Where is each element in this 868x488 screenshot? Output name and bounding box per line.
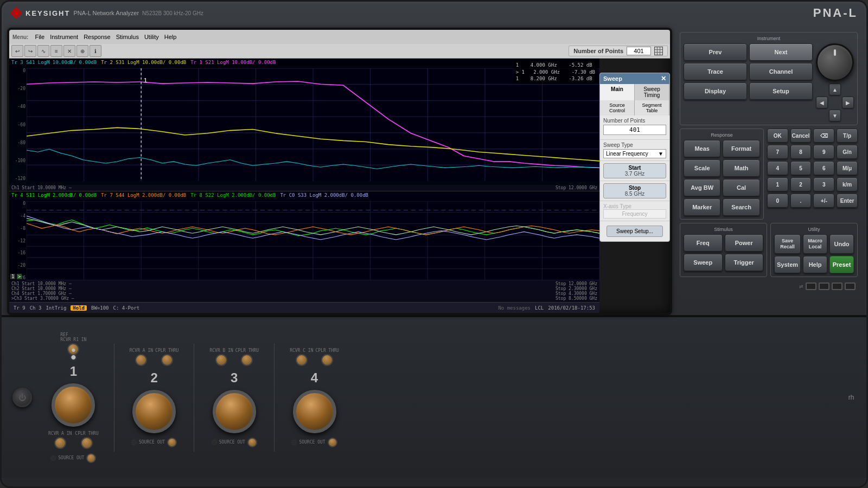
avg-bw-btn[interactable]: Avg BW: [684, 179, 720, 196]
menu-file[interactable]: File: [35, 34, 44, 40]
start-btn[interactable]: Start 3.7 GHz: [603, 163, 666, 178]
sweep-btn[interactable]: Sweep: [684, 254, 723, 271]
trigger-btn[interactable]: Trigger: [725, 254, 764, 271]
sweep-type-value[interactable]: Linear Frequency ▼: [603, 149, 666, 158]
num-3[interactable]: 3: [813, 177, 834, 191]
sweep-setup-section: Sweep Setup...: [600, 221, 669, 241]
power-button[interactable]: ⏻: [12, 388, 32, 407]
marker-btn[interactable]: Marker: [684, 198, 720, 216]
usb-port-4[interactable]: [845, 282, 856, 290]
num-4[interactable]: 4: [767, 161, 788, 175]
usb-port-3[interactable]: [832, 282, 843, 290]
preset-btn[interactable]: Preset: [829, 256, 854, 273]
meas-btn[interactable]: Meas: [684, 140, 720, 157]
port2-cplr[interactable]: [161, 354, 173, 366]
setup-btn[interactable]: Setup: [749, 82, 813, 100]
toolbar-zoom[interactable]: ⊕: [76, 45, 88, 57]
menu-stimulus[interactable]: Stimulus: [116, 34, 139, 40]
num-7[interactable]: 7: [767, 145, 788, 159]
menu-utility[interactable]: Utility: [144, 34, 159, 40]
port1-source[interactable]: [86, 453, 96, 463]
nav-left[interactable]: ◀: [816, 97, 828, 108]
unit-mu[interactable]: M/μ: [837, 161, 858, 175]
nav-right[interactable]: ▶: [842, 97, 854, 108]
unit-km[interactable]: k/m: [837, 177, 858, 191]
usb-port-1[interactable]: [806, 282, 816, 290]
port2-source[interactable]: [167, 438, 177, 447]
main-knob[interactable]: [816, 43, 854, 81]
port3-rcvrb[interactable]: [215, 354, 227, 366]
y-axis-upper: 0-20-40-60-80-100-120: [9, 68, 27, 181]
prev-btn[interactable]: Prev: [684, 43, 747, 61]
ok-btn[interactable]: OK: [767, 129, 788, 143]
decimal[interactable]: .: [790, 194, 812, 208]
plus-minus[interactable]: +/-: [813, 194, 834, 208]
port3-cplr[interactable]: [241, 354, 253, 366]
macro-local-btn[interactable]: MacroLocal: [803, 234, 827, 254]
num-points-input[interactable]: [627, 47, 651, 55]
port1-connector[interactable]: [52, 383, 95, 427]
num-8[interactable]: 8: [790, 145, 812, 159]
next-btn[interactable]: Next: [749, 43, 813, 61]
toolbar-info[interactable]: ℹ: [90, 45, 101, 57]
port4-connector[interactable]: [293, 390, 336, 433]
system-btn[interactable]: System: [774, 256, 801, 273]
menu-response[interactable]: Response: [84, 34, 111, 40]
freq-btn[interactable]: Freq: [684, 234, 723, 252]
toolbar-undo[interactable]: ↩: [11, 45, 23, 57]
enter-btn[interactable]: Enter: [837, 194, 858, 208]
port3-connector[interactable]: [213, 390, 256, 433]
nav-down[interactable]: ▼: [829, 110, 841, 121]
power-btn[interactable]: Power: [725, 234, 764, 252]
sweep-setup-btn[interactable]: Sweep Setup...: [607, 226, 663, 237]
sweep-close-btn[interactable]: ✕: [661, 75, 666, 82]
num-2[interactable]: 2: [790, 177, 812, 191]
num-1[interactable]: 1: [767, 177, 788, 191]
port2-rcvra[interactable]: [135, 354, 147, 366]
menu-help[interactable]: Help: [164, 34, 177, 40]
toolbar-redo[interactable]: ↪: [24, 45, 36, 57]
math-btn[interactable]: Math: [723, 159, 760, 177]
port1-cplr[interactable]: [81, 437, 93, 449]
sweep-tab-source[interactable]: SourceControl: [600, 100, 635, 115]
port4-rcvrc[interactable]: [296, 354, 308, 366]
trace-btn[interactable]: Trace: [684, 63, 747, 80]
backspace-btn[interactable]: ⌫: [813, 129, 834, 143]
port4-cplr[interactable]: [321, 354, 333, 366]
menu-instrument[interactable]: Instrument: [50, 34, 78, 40]
search-btn[interactable]: Search: [723, 198, 760, 216]
num-9[interactable]: 9: [813, 145, 834, 159]
cal-btn[interactable]: Cal: [723, 179, 760, 196]
toolbar-delete[interactable]: ✕: [63, 45, 75, 57]
toolbar-list[interactable]: ≡: [50, 45, 62, 57]
tp-btn[interactable]: T/p: [837, 129, 858, 143]
cancel-btn[interactable]: Cancel: [790, 129, 812, 143]
help-btn[interactable]: Help: [803, 256, 827, 273]
sweep-num-points-value[interactable]: 401: [603, 125, 666, 135]
status-ch: Ch 3: [30, 305, 42, 311]
nav-up[interactable]: ▲: [829, 84, 841, 95]
channel-btn[interactable]: Channel: [749, 63, 813, 80]
sweep-panel-header: Sweep ✕: [600, 73, 669, 84]
num-0[interactable]: 0: [767, 194, 788, 208]
unit-gn[interactable]: G/n: [837, 145, 858, 159]
port1-rcvra[interactable]: [54, 437, 66, 449]
save-recall-btn[interactable]: SaveRecall: [774, 234, 801, 254]
sweep-tab-timing[interactable]: SweepTiming: [635, 84, 669, 100]
port2-connector[interactable]: [132, 390, 176, 433]
toolbar-wave[interactable]: ∿: [37, 45, 49, 57]
stop-btn[interactable]: Stop 8.5 GHz: [603, 183, 666, 198]
sweep-tab-main[interactable]: Main: [600, 84, 635, 100]
num-5[interactable]: 5: [790, 161, 812, 175]
usb-port-2[interactable]: [819, 282, 829, 290]
port3-label: 3: [231, 370, 238, 386]
sweep-tab-segment[interactable]: SegmentTable: [635, 100, 669, 115]
port4-source[interactable]: [328, 438, 337, 447]
grid-icon[interactable]: [654, 47, 663, 55]
undo-btn[interactable]: Undo: [829, 234, 854, 254]
scale-btn[interactable]: Scale: [684, 159, 720, 177]
display-btn[interactable]: Display: [684, 82, 747, 100]
num-6[interactable]: 6: [813, 161, 834, 175]
port3-source[interactable]: [247, 438, 257, 447]
format-btn[interactable]: Format: [723, 140, 760, 157]
